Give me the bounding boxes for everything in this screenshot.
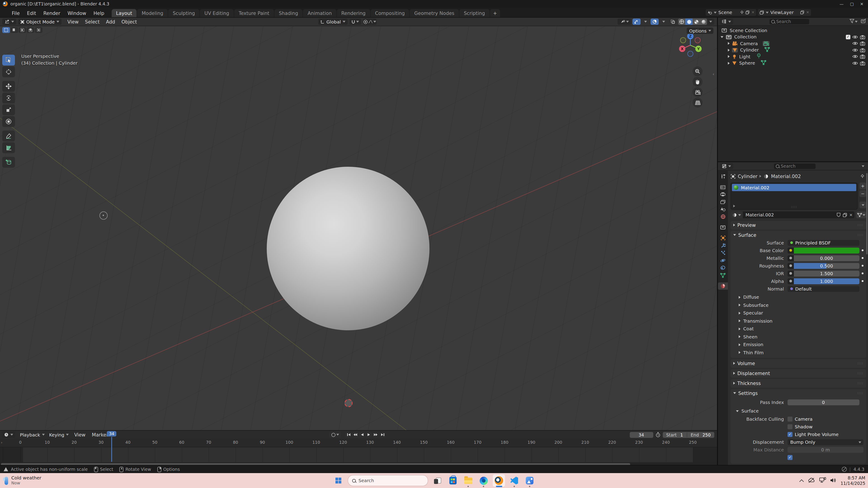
panel-volume[interactable]: Volume:::: (731, 359, 866, 368)
disable-render-camera-icon[interactable] (860, 35, 865, 39)
maximize-button[interactable]: ▢ (850, 2, 854, 6)
expand-icon[interactable] (728, 42, 730, 45)
show-overlays-toggle[interactable] (651, 19, 659, 25)
expand-icon[interactable] (728, 55, 730, 58)
options-dropdown[interactable]: Options (687, 28, 713, 34)
shading-wireframe-icon[interactable] (678, 19, 685, 25)
viewport-menu-select[interactable]: Select (82, 19, 103, 24)
tab-texture-paint[interactable]: Texture Paint (234, 9, 274, 17)
select-mode-box[interactable] (10, 27, 18, 33)
panel-displacement[interactable]: Displacement:::: (731, 369, 866, 378)
subpanel-coat[interactable]: Coat (733, 325, 864, 333)
tab-animation[interactable]: Animation (303, 9, 336, 17)
select-mode-paint[interactable] (35, 27, 42, 33)
animate-dot[interactable] (862, 272, 864, 274)
timeline-ruler[interactable]: 0 10 20 30 40 50 60 70 80 90 100 110 120… (0, 439, 717, 447)
breadcrumb-object[interactable]: Cylinder (738, 173, 757, 179)
shading-solid-icon[interactable] (685, 19, 692, 25)
viewlayer-selector[interactable]: ViewLayer ✕ (758, 9, 811, 16)
tab-view-layer[interactable] (718, 198, 728, 205)
orientation-selector[interactable]: Global (318, 19, 348, 25)
light-probe-volume-checkbox[interactable]: ✓Light Probe Volume (787, 431, 864, 437)
auto-keying-toggle[interactable] (329, 431, 341, 438)
select-mode-circle[interactable] (19, 27, 26, 33)
tab-shading[interactable]: Shading (274, 9, 303, 17)
edge-button[interactable] (477, 475, 490, 487)
hide-eye-icon[interactable] (852, 55, 858, 59)
disable-render-camera-icon[interactable] (860, 48, 865, 53)
timeline-editor-type[interactable] (2, 431, 16, 438)
subpanel-subsurface[interactable]: Subsurface (733, 301, 864, 309)
new-material-icon[interactable] (843, 213, 847, 217)
disable-render-camera-icon[interactable] (860, 55, 865, 59)
animate-dot[interactable] (862, 257, 864, 259)
hide-eye-icon[interactable] (852, 41, 858, 46)
disable-render-camera-icon[interactable] (860, 41, 865, 46)
gizmo-dropdown[interactable] (642, 19, 649, 25)
start-button[interactable] (332, 475, 344, 487)
subpanel-transmission[interactable]: Transmission (733, 317, 864, 325)
clipped-checkbox-row[interactable]: ✓ (787, 455, 864, 460)
pan-hand-icon[interactable] (692, 77, 703, 87)
shading-rendered-icon[interactable] (700, 19, 707, 25)
outliner-filter-icon[interactable] (849, 19, 855, 24)
material-slot-list[interactable]: Material.002 :::: (731, 183, 858, 210)
pin-icon[interactable] (860, 174, 864, 178)
properties-scrollbar[interactable] (866, 173, 868, 254)
tab-modeling[interactable]: Modeling (137, 9, 168, 17)
timeline-view-menu[interactable]: View (71, 432, 89, 437)
animate-dot[interactable] (862, 265, 864, 267)
network-icon[interactable] (819, 477, 826, 484)
pass-index-field[interactable]: 0 (787, 399, 859, 405)
tab-render[interactable] (718, 183, 728, 191)
properties-options-icon[interactable] (862, 165, 864, 167)
onedrive-offline-icon[interactable] (808, 477, 815, 484)
hide-eye-icon[interactable] (852, 48, 858, 53)
expand-icon[interactable] (721, 36, 723, 38)
task-view-button[interactable] (431, 475, 443, 487)
tab-modifiers[interactable] (718, 242, 728, 249)
prev-keyframe-button[interactable] (352, 432, 359, 437)
tab-compositing[interactable]: Compositing (370, 9, 409, 17)
show-gizmo-toggle[interactable] (632, 19, 641, 25)
new-collection-icon[interactable] (861, 19, 866, 24)
properties-search-input[interactable]: Search (774, 163, 815, 169)
current-frame-field[interactable]: 34 (629, 432, 653, 437)
close-button[interactable]: ✕ (860, 2, 864, 6)
shading-dropdown[interactable] (707, 19, 714, 25)
nodetree-toggle-button[interactable] (856, 212, 866, 218)
keying-menu[interactable]: Keying (47, 431, 71, 438)
tab-object[interactable] (718, 234, 728, 241)
panel-thickness[interactable]: Thickness:::: (731, 379, 866, 388)
outliner-row-scene-collection[interactable]: Scene Collection (718, 27, 868, 34)
animate-dot[interactable] (862, 280, 864, 282)
photos-button[interactable] (524, 475, 536, 487)
tab-rendering[interactable]: Rendering (337, 9, 370, 17)
outliner-row-sphere[interactable]: Sphere (718, 60, 868, 66)
tab-physics[interactable] (718, 257, 728, 264)
tab-world[interactable] (718, 213, 728, 220)
tab-material[interactable] (718, 282, 728, 289)
tool-move[interactable] (2, 81, 15, 92)
select-mode-tweak[interactable] (2, 27, 10, 33)
tool-transform[interactable] (2, 116, 15, 127)
tool-rotate[interactable] (2, 93, 15, 103)
axis-gizmo[interactable]: Z X Y (676, 30, 704, 58)
tray-chevron-icon[interactable] (801, 478, 804, 483)
outliner-row-collection[interactable]: Collection ✓ (718, 34, 868, 40)
subpanel-diffuse[interactable]: Diffuse (733, 293, 864, 301)
timeline-channels[interactable] (0, 447, 717, 462)
jump-to-end-button[interactable] (379, 432, 385, 437)
light-gizmo[interactable] (99, 212, 107, 220)
blender-app-button[interactable] (493, 475, 505, 487)
browse-material-button[interactable] (731, 212, 743, 218)
expand-icon[interactable] (728, 49, 730, 52)
ior-slider[interactable]: 1.500 (787, 270, 859, 276)
tool-cursor[interactable] (2, 66, 15, 77)
alpha-slider[interactable]: 1.000 (787, 278, 859, 284)
menu-window[interactable]: Window (64, 9, 90, 17)
tool-select-box[interactable] (2, 55, 15, 66)
tab-scripting[interactable]: Scripting (459, 9, 489, 17)
overlays-dropdown[interactable] (660, 19, 667, 25)
remove-viewlayer-icon[interactable]: ✕ (806, 10, 809, 14)
